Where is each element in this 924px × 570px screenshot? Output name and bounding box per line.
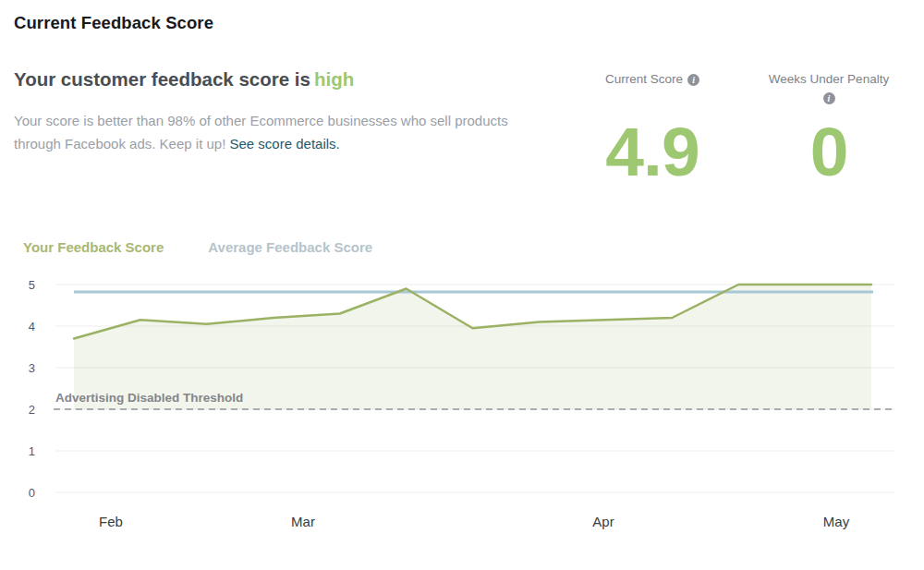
weeks-under-penalty-icon-row: i	[736, 90, 921, 105]
y-axis-tick-label: 3	[29, 361, 35, 375]
feedback-score-page: Current Feedback Score Your customer fee…	[0, 0, 924, 570]
score-description-line1: Your score is better than 98% of other E…	[14, 113, 508, 128]
current-score-label: Current Scorei	[560, 71, 745, 87]
score-heading: Your customer feedback score ishigh	[14, 68, 354, 91]
score-description-line2: through Facebook ads. Keep it up!	[14, 136, 225, 152]
score-heading-text: Your customer feedback score is	[14, 68, 310, 90]
y-axis-tick-label: 1	[29, 444, 35, 458]
x-axis-month-label: Apr	[592, 514, 614, 529]
weeks-under-penalty-value: 0	[736, 117, 921, 187]
weeks-under-penalty-label-text: Weeks Under Penalty	[769, 72, 889, 86]
y-axis-tick-label: 2	[29, 403, 35, 417]
x-axis-month-label: May	[823, 514, 850, 529]
y-axis-tick-label: 4	[29, 320, 35, 334]
score-heading-highlight: high	[314, 68, 354, 90]
weeks-under-penalty-label: Weeks Under Penalty i	[736, 71, 921, 105]
x-axis-month-label: Mar	[291, 514, 315, 529]
feedback-score-chart: 543210Advertising Disabled ThresholdFebM…	[0, 268, 924, 554]
see-score-details-link[interactable]: See score details.	[230, 136, 340, 152]
current-score-label-text: Current Score	[605, 72, 683, 86]
info-icon[interactable]: i	[687, 74, 699, 86]
weeks-under-penalty-stat: Weeks Under Penalty i 0	[736, 71, 921, 191]
y-axis-tick-label: 0	[29, 486, 35, 500]
advertising-disabled-threshold-label: Advertising Disabled Threshold	[55, 391, 243, 405]
info-icon[interactable]: i	[823, 92, 835, 104]
legend-your-feedback-score[interactable]: Your Feedback Score	[23, 239, 164, 255]
x-axis-month-label: Feb	[99, 514, 123, 529]
legend-average-feedback-score[interactable]: Average Feedback Score	[208, 239, 372, 255]
score-description: Your score is better than 98% of other E…	[14, 110, 605, 155]
current-score-stat: Current Scorei 4.9	[560, 71, 745, 191]
y-axis-tick-label: 5	[29, 278, 35, 292]
page-title: Current Feedback Score	[14, 13, 213, 33]
chart-legend: Your Feedback ScoreAverage Feedback Scor…	[23, 239, 417, 255]
current-score-value: 4.9	[560, 117, 745, 187]
